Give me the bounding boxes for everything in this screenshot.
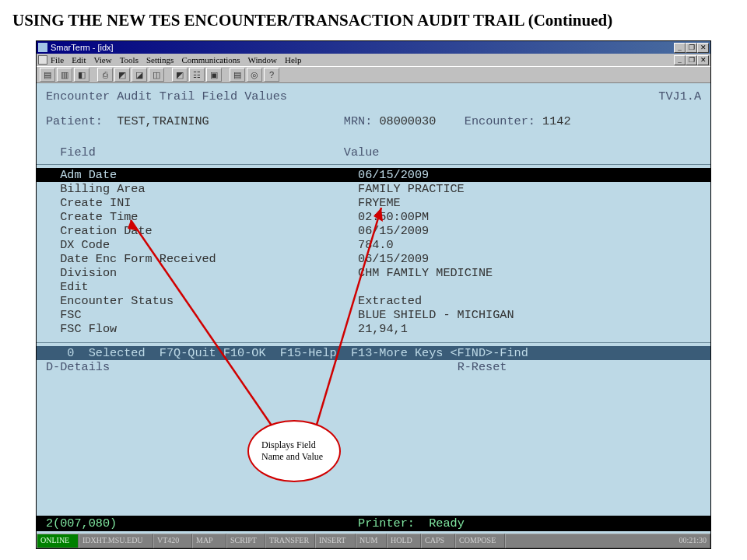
toolbar-button-11[interactable]: ◎ <box>247 68 262 82</box>
doc-icon <box>38 55 47 65</box>
field-row[interactable]: DX Code 784.0 <box>46 238 701 252</box>
status-seg-compose: COMPOSE <box>455 534 505 548</box>
toolbar-button-6[interactable]: ◫ <box>149 68 164 82</box>
field-row[interactable]: FSC Flow 21,94,1 <box>46 322 701 336</box>
status-seg-00-21-30: 00:21:30 <box>505 534 710 548</box>
function-key-bar: 0 Selected F7Q-Quit F10-OK F15-Help F13-… <box>37 346 710 360</box>
page-heading: USING THE NEW TES ENCOUNTER/TRANSACTION … <box>12 11 747 30</box>
field-row[interactable]: Date Enc Form Received 06/15/2009 <box>46 252 701 266</box>
mdi-controls: _ ❐ ✕ <box>674 55 709 65</box>
toolbar-button-5[interactable]: ◪ <box>132 68 147 82</box>
window-title: SmarTerm - [idx] <box>51 43 674 52</box>
divider-line <box>37 164 710 165</box>
mdi-maximize-button[interactable]: ❐ <box>686 55 697 65</box>
toolbar-button-9[interactable]: ▣ <box>206 68 222 82</box>
menu-settings[interactable]: Settings <box>146 55 174 65</box>
field-row[interactable]: Create Time 02:50:00PM <box>46 210 701 224</box>
field-row[interactable]: Edit <box>46 280 701 294</box>
status-seg-num: NUM <box>356 534 387 548</box>
toolbar-button-4[interactable]: ◩ <box>114 68 130 82</box>
status-bar: ONLINEIDXHT.MSU.EDUVT420MAPSCRIPTTRANSFE… <box>37 534 710 548</box>
title-bar: SmarTerm - [idx] _ ❐ ✕ <box>37 41 710 54</box>
mdi-close-button[interactable]: ✕ <box>697 55 709 65</box>
toolbar-button-2[interactable]: ◧ <box>74 68 89 82</box>
status-seg-hold: HOLD <box>387 534 421 548</box>
field-row[interactable]: Adm Date 06/15/2009 <box>37 168 710 182</box>
field-row[interactable]: Encounter Status Extracted <box>46 294 701 308</box>
screen-header: Encounter Audit Trail Field ValuesTVJ1.A <box>46 89 701 103</box>
menu-edit[interactable]: Edit <box>72 55 86 65</box>
app-icon <box>38 43 47 52</box>
menu-help[interactable]: Help <box>285 55 301 65</box>
status-seg-caps: CAPS <box>421 534 455 548</box>
callout-text: Displays Field Name and Value <box>261 439 327 463</box>
divider-line <box>37 342 710 343</box>
action-line: D-Details R-Reset <box>46 360 701 374</box>
status-seg-idxht-msu-edu: IDXHT.MSU.EDU <box>79 534 153 548</box>
minimize-button[interactable]: _ <box>674 43 686 53</box>
callout-ellipse: Displays Field Name and Value <box>247 420 341 482</box>
toolbar-button-7[interactable]: ◩ <box>172 68 188 82</box>
maximize-button[interactable]: ❐ <box>686 43 697 53</box>
toolbar-button-0[interactable]: ▤ <box>40 68 55 82</box>
toolbar-button-8[interactable]: ☷ <box>189 68 205 82</box>
field-row[interactable]: Division CHM FAMILY MEDICINE <box>46 266 701 280</box>
status-seg-insert: INSERT <box>315 534 356 548</box>
field-row[interactable]: Billing Area FAMILY PRACTICE <box>46 182 701 196</box>
menu-window[interactable]: Window <box>248 55 277 65</box>
column-headers: Field Value <box>46 145 701 159</box>
status-seg-script: SCRIPT <box>226 534 265 548</box>
status-seg-online: ONLINE <box>37 534 79 548</box>
menu-communications[interactable]: Communications <box>181 55 240 65</box>
close-button[interactable]: ✕ <box>697 43 709 53</box>
terminal-status-line: 2(007,080) Printer: Ready <box>37 516 710 531</box>
toolbar-button-10[interactable]: ▤ <box>230 68 245 82</box>
toolbar-button-12[interactable]: ? <box>264 68 279 82</box>
terminal-area[interactable]: Encounter Audit Trail Field ValuesTVJ1.A… <box>37 83 710 548</box>
toolbar-button-3[interactable]: ⎙ <box>97 68 113 82</box>
menu-bar: File Edit View Tools Settings Communicat… <box>37 54 710 66</box>
menu-file[interactable]: File <box>51 55 64 65</box>
status-seg-transfer: TRANSFER <box>265 534 315 548</box>
status-seg-vt420: VT420 <box>153 534 192 548</box>
field-row[interactable]: Create INI FRYEME <box>46 196 701 210</box>
menu-view[interactable]: View <box>93 55 111 65</box>
app-window: SmarTerm - [idx] _ ❐ ✕ File Edit View To… <box>36 40 711 549</box>
status-seg-map: MAP <box>192 534 226 548</box>
field-row[interactable]: FSC BLUE SHIELD - MICHIGAN <box>46 308 701 322</box>
window-controls: _ ❐ ✕ <box>674 43 709 53</box>
menu-tools[interactable]: Tools <box>120 55 139 65</box>
mdi-minimize-button[interactable]: _ <box>674 55 686 65</box>
tool-bar: ▤▥◧⎙◩◪◫◩☷▣▤◎? <box>37 66 710 83</box>
toolbar-button-1[interactable]: ▥ <box>57 68 72 82</box>
patient-line: Patient: TEST,TRAINING MRN: 08000030 Enc… <box>46 114 701 128</box>
field-row[interactable]: Creation Date 06/15/2009 <box>46 224 701 238</box>
